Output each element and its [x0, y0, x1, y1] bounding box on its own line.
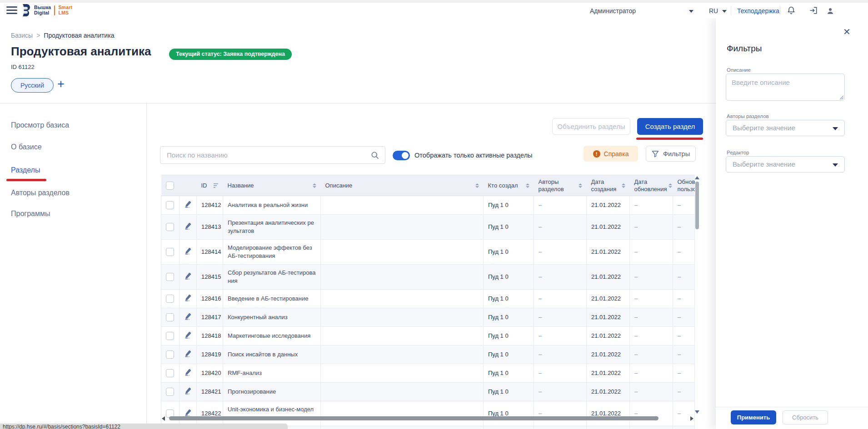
row-updated: – [634, 370, 638, 376]
sidebar-item-about-basis[interactable]: О базисе [11, 143, 42, 151]
row-updated: – [634, 314, 638, 321]
edit-icon[interactable] [184, 368, 192, 378]
column-label-creator: Кто создал [488, 182, 518, 189]
help-button[interactable]: ! Справка [584, 146, 638, 162]
row-creator: Пуд 1 0 [488, 223, 509, 230]
row-authors: – [539, 248, 542, 255]
table-row[interactable]: 128419 Поиск инсайтов в данных Пуд 1 0 –… [161, 345, 695, 364]
create-section-button[interactable]: Создать раздел [637, 118, 703, 135]
edit-icon[interactable] [184, 312, 192, 322]
column-header-name[interactable]: Название [223, 175, 321, 196]
select-all-checkbox[interactable] [166, 182, 174, 190]
row-checkbox[interactable] [166, 201, 174, 209]
scroll-up-arrow-icon[interactable] [695, 176, 699, 179]
search-icon[interactable] [370, 151, 379, 162]
notifications-bell-icon[interactable] [787, 6, 796, 17]
row-checkbox[interactable] [166, 223, 174, 231]
column-header-created[interactable]: Дата создания [587, 175, 630, 196]
table-row[interactable]: 128412 Аналитика в реальной жизни Пуд 1 … [161, 196, 695, 215]
edit-icon[interactable] [184, 387, 192, 397]
sort-icon [526, 183, 529, 188]
filters-button[interactable]: Фильтры [646, 146, 696, 162]
column-header-authors[interactable]: Авторы разделов [534, 175, 587, 196]
authors-filter-select[interactable]: Выберите значение [726, 120, 845, 136]
edit-icon[interactable] [184, 331, 192, 341]
row-name: Маркетинговые исследования [228, 332, 310, 339]
merge-sections-button[interactable]: Объединить разделы [552, 118, 630, 135]
sidebar-item-view-basis[interactable]: Просмотр базиса [11, 121, 69, 129]
table-row[interactable]: 128416 Введение в АБ-тестирование Пуд 1 … [161, 290, 695, 308]
row-checkbox[interactable] [166, 295, 174, 303]
vertical-scrollbar-thumb[interactable] [695, 182, 699, 229]
reset-button[interactable]: Сбросить [783, 410, 828, 424]
row-checkbox[interactable] [166, 332, 174, 340]
sidebar-item-section-authors[interactable]: Авторы разделов [11, 189, 70, 197]
horizontal-scrollbar-thumb[interactable] [169, 416, 658, 420]
filters-panel: ✕ Фильтры Описание Авторы разделов Выбер… [716, 18, 868, 429]
row-checkbox-cell [161, 215, 180, 240]
row-checkbox[interactable] [166, 273, 174, 281]
row-name: Презентация аналитических результатов [228, 219, 314, 234]
sidebar-item-sections[interactable]: Разделы [11, 166, 40, 174]
row-name: Конкурентный анализ [228, 314, 288, 321]
column-header-updated[interactable]: Дата обновления [630, 175, 673, 196]
apply-button[interactable]: Применить [731, 410, 776, 424]
language-caret-icon[interactable] [722, 10, 727, 13]
table-row[interactable]: 128415 Сбор результатов АБ-тестирования … [161, 265, 695, 290]
row-checkbox[interactable] [166, 388, 174, 396]
table-row[interactable]: 128420 RMF-анализ Пуд 1 0 – 21.01.2022 –… [161, 364, 695, 383]
app-logo[interactable]: ВышкаDigital SmartLMS [21, 4, 72, 16]
table-body: 128412 Аналитика в реальной жизни Пуд 1 … [161, 196, 695, 429]
row-name: Введение в АБ-тестирование [228, 295, 308, 302]
toggle-knob [402, 152, 409, 159]
table-row[interactable]: 128422 Unit-экономика и бизнес-модели Пу… [161, 401, 695, 426]
scroll-right-arrow-icon[interactable] [690, 416, 693, 421]
logout-icon[interactable] [809, 6, 818, 17]
language-dropdown[interactable]: RU [709, 7, 718, 15]
editor-filter-select[interactable]: Выберите значение [726, 156, 845, 173]
row-name: Прогнозирование [228, 388, 276, 395]
edit-icon[interactable] [184, 222, 192, 232]
user-profile-icon[interactable] [826, 7, 834, 17]
table-row[interactable]: 128413 Презентация аналитических результ… [161, 215, 695, 240]
sidebar-item-programs[interactable]: Программы [11, 210, 50, 218]
row-updated-by: – [678, 248, 681, 255]
row-checkbox[interactable] [166, 369, 174, 377]
support-link[interactable]: Техподдержка [737, 7, 779, 15]
edit-icon[interactable] [184, 294, 192, 304]
row-created-cell: 21.01.2022 [587, 383, 630, 401]
column-header-description[interactable]: Описание [321, 175, 484, 196]
edit-icon[interactable] [184, 200, 192, 210]
close-icon[interactable]: ✕ [843, 27, 851, 36]
breadcrumb-root[interactable]: Базисы [11, 32, 33, 39]
column-header-id[interactable]: ID [197, 175, 223, 196]
sort-icon [668, 183, 672, 188]
edit-icon[interactable] [184, 350, 192, 360]
language-chip[interactable]: Русский [11, 78, 54, 93]
table-row[interactable]: 128414 Моделирование эффектов без АБ-тес… [161, 240, 695, 265]
table-row[interactable]: 128421 Прогнозирование Пуд 1 0 – 21.01.2… [161, 383, 695, 401]
vertical-scrollbar[interactable] [694, 175, 700, 414]
column-header-updated-by[interactable]: Обновл пользов [673, 175, 695, 196]
edit-icon[interactable] [184, 247, 192, 257]
row-updated-by-cell: – [673, 196, 695, 215]
row-checkbox[interactable] [166, 248, 174, 256]
row-updated-by-cell: – [673, 364, 695, 383]
row-checkbox[interactable] [166, 313, 174, 321]
edit-icon[interactable] [184, 272, 192, 282]
description-filter-input[interactable] [726, 74, 845, 101]
horizontal-scrollbar[interactable] [161, 416, 694, 421]
role-caret-icon[interactable] [689, 10, 693, 13]
column-header-creator[interactable]: Кто создал [484, 175, 534, 196]
scroll-down-arrow-icon[interactable] [695, 410, 699, 414]
table-row[interactable]: 128417 Конкурентный анализ Пуд 1 0 – 21.… [161, 308, 695, 327]
role-dropdown[interactable]: Администратор [590, 7, 636, 15]
active-sections-toggle[interactable] [393, 151, 410, 160]
table-row[interactable]: 128418 Маркетинговые исследования Пуд 1 … [161, 327, 695, 345]
hamburger-menu-icon[interactable] [6, 6, 17, 15]
search-input[interactable] [160, 147, 385, 163]
scroll-left-arrow-icon[interactable] [162, 416, 165, 421]
row-creator: Пуд 1 0 [488, 332, 509, 339]
add-language-button[interactable]: + [57, 77, 65, 91]
row-checkbox[interactable] [166, 350, 174, 359]
